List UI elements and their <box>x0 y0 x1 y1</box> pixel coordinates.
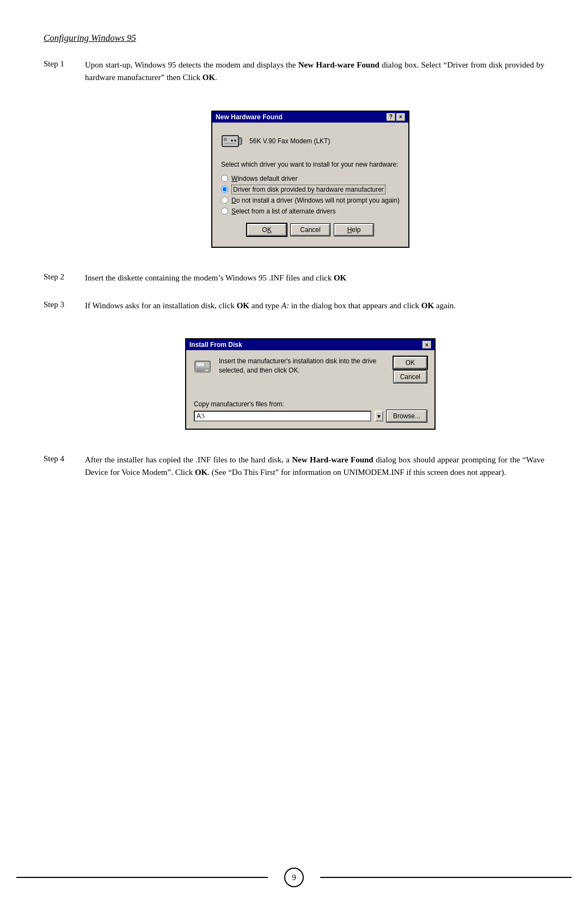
radio-windows-default[interactable] <box>221 175 228 182</box>
install-disk-dialog-wrapper: Install From Disk × Insert the manufactu… <box>76 327 544 441</box>
page-title: Configuring Windows 95 <box>44 33 544 44</box>
new-hardware-body: 56K V.90 Fax Modem (LKT) Select which dr… <box>212 123 408 247</box>
new-hardware-titlebar: New Hardware Found ? × <box>212 112 408 123</box>
footer-line-left <box>16 877 268 878</box>
install-disk-dialog: Install From Disk × Insert the manufactu… <box>185 338 436 430</box>
radio-option-1[interactable]: Windows default driver <box>221 175 400 182</box>
close-button[interactable]: × <box>396 113 405 121</box>
step-4: Step 4 After the installer has copied th… <box>44 454 544 479</box>
copy-row: ▼ Browse... <box>194 410 427 422</box>
svg-rect-11 <box>205 369 209 371</box>
install-right-buttons: OK Cancel <box>394 357 427 383</box>
install-disk-title: Install From Disk <box>189 341 242 349</box>
svg-point-2 <box>231 139 233 142</box>
radio-select-alternate[interactable] <box>221 208 228 215</box>
copy-path-input[interactable] <box>194 411 371 422</box>
radio-no-driver[interactable] <box>221 197 228 204</box>
new-hardware-dialog: New Hardware Found ? × 56K V.9 <box>211 111 409 248</box>
device-header-row: 56K V.90 Fax Modem (LKT) <box>221 130 400 152</box>
radio-driver-disk[interactable] <box>221 186 228 193</box>
ok-button[interactable]: OK <box>247 224 286 236</box>
device-name: 56K V.90 Fax Modem (LKT) <box>249 137 330 145</box>
copy-dropdown-button[interactable]: ▼ <box>375 411 383 422</box>
step-1-label: Step 1 <box>44 59 76 84</box>
step-4-content: After the installer has copied the .INF … <box>85 454 544 479</box>
svg-rect-6 <box>239 139 241 140</box>
step-1: Step 1 Upon start-up, Windows 95 detects… <box>44 59 544 84</box>
help-button[interactable]: ? <box>387 113 395 121</box>
new-hardware-dialog-wrapper: New Hardware Found ? × 56K V.9 <box>76 100 544 259</box>
install-disk-titlebar: Install From Disk × <box>186 339 434 350</box>
new-hardware-title: New Hardware Found <box>216 113 283 121</box>
install-cancel-button[interactable]: Cancel <box>394 371 427 383</box>
svg-point-3 <box>234 139 236 142</box>
driver-question: Select which driver you want to install … <box>221 161 400 168</box>
install-close-button[interactable]: × <box>422 341 431 349</box>
page-number: 9 <box>284 868 304 887</box>
page-footer: 9 <box>0 868 588 887</box>
browse-button[interactable]: Browse... <box>387 410 427 422</box>
svg-rect-1 <box>224 138 227 141</box>
install-disk-body: Insert the manufacturer's installation d… <box>186 350 434 429</box>
install-titlebar-buttons: × <box>422 341 431 349</box>
svg-rect-4 <box>224 143 236 144</box>
disk-drive-icon <box>194 357 213 376</box>
svg-rect-7 <box>239 141 241 142</box>
radio-label-no-driver: Do not install a driver (Windows will no… <box>231 197 400 204</box>
copy-label: Copy manufacturer's files from: <box>194 400 427 408</box>
cancel-button[interactable]: Cancel <box>291 224 330 236</box>
copy-section: Copy manufacturer's files from: ▼ Browse… <box>194 400 427 422</box>
footer-line-right <box>320 877 572 878</box>
step-1-content: Upon start-up, Windows 95 detects the mo… <box>85 59 544 84</box>
step-3-label: Step 3 <box>44 300 76 312</box>
step-3: Step 3 If Windows asks for an installati… <box>44 300 544 312</box>
radio-option-4[interactable]: Select from a list of alternate drivers <box>221 208 400 215</box>
svg-rect-12 <box>196 362 205 367</box>
radio-label-select-alternate: Select from a list of alternate drivers <box>231 208 335 215</box>
svg-rect-10 <box>197 370 203 371</box>
step-2-label: Step 2 <box>44 272 76 284</box>
radio-option-2[interactable]: Driver from disk provided by hardware ma… <box>221 186 400 193</box>
radio-label-windows-default: Windows default driver <box>231 175 297 182</box>
step-2: Step 2 Insert the diskette containing th… <box>44 272 544 284</box>
step-3-content: If Windows asks for an installation disk… <box>85 300 544 312</box>
step-4-label: Step 4 <box>44 454 76 479</box>
step-2-content: Insert the diskette containing the modem… <box>85 272 544 284</box>
install-instruction: Insert the manufacturer's installation d… <box>219 357 385 375</box>
new-hardware-buttons: OK Cancel Help <box>221 224 400 239</box>
modem-icon <box>221 130 243 152</box>
titlebar-buttons: ? × <box>387 113 405 121</box>
install-ok-button[interactable]: OK <box>394 357 427 369</box>
radio-option-3[interactable]: Do not install a driver (Windows will no… <box>221 197 400 204</box>
help-dialog-button[interactable]: Help <box>334 224 373 236</box>
radio-label-driver-disk: Driver from disk provided by hardware ma… <box>231 186 385 193</box>
